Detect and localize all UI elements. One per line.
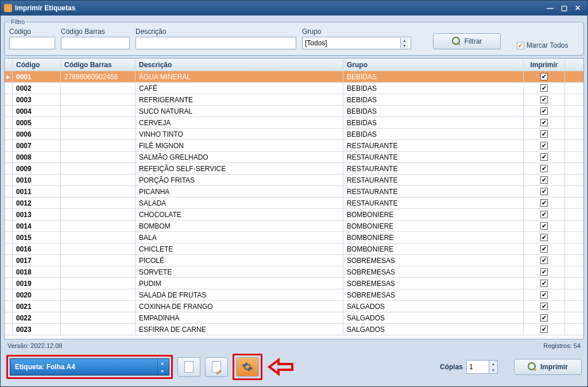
table-row[interactable]: 0014BOMBOMBOMBONIERE✔ xyxy=(5,220,583,232)
table-row[interactable]: 0006VINHO TINTOBEBIDAS✔ xyxy=(5,129,583,140)
checkbox-icon: ✔ xyxy=(540,188,548,195)
row-indicator: ▶ xyxy=(5,71,13,82)
copies-spinner[interactable]: ▲ ▼ xyxy=(466,360,498,374)
highlight-etiqueta: Etiqueta: Folha A4 ▲▼ xyxy=(6,355,173,379)
cell-grupo: BEBIDAS xyxy=(343,106,524,117)
cell-imprimir[interactable]: ✔ xyxy=(524,301,565,312)
filtrar-button[interactable]: Filtrar xyxy=(433,33,501,49)
table-row[interactable]: 0017PICOLÉSOBREMESAS✔ xyxy=(5,255,583,266)
cell-barras xyxy=(61,301,136,312)
combo-grupo-value: [Todos] xyxy=(305,39,327,47)
col-grupo[interactable]: Grupo xyxy=(343,59,524,71)
cell-codigo: 0017 xyxy=(13,255,61,266)
cell-imprimir[interactable]: ✔ xyxy=(524,312,565,323)
table-row[interactable]: 0007FILÉ MIGNONRESTAURANTE✔ xyxy=(5,140,583,152)
cell-codigo: 0004 xyxy=(13,106,61,117)
row-indicator xyxy=(5,289,13,300)
page-icon xyxy=(184,361,194,373)
col-imprimir[interactable]: Imprimir xyxy=(524,59,565,71)
table-row[interactable]: 0005CERVEJABEBIDAS✔ xyxy=(5,117,583,129)
cell-imprimir[interactable]: ✔ xyxy=(524,255,565,266)
cell-codigo: 0023 xyxy=(13,324,61,335)
cell-barras xyxy=(61,232,136,243)
table-row[interactable]: 0012SALADARESTAURANTE✔ xyxy=(5,198,583,209)
cell-codigo: 0008 xyxy=(13,152,61,162)
table-row[interactable]: 0023ESFIRRA DE CARNESALGADOS✔ xyxy=(5,324,583,335)
gear-icon xyxy=(242,361,253,373)
close-button[interactable]: ✕ xyxy=(571,3,584,13)
copies-up[interactable]: ▲ xyxy=(489,361,497,367)
cell-barras xyxy=(61,255,136,266)
table-row[interactable]: 0018SORVETESOBREMESAS✔ xyxy=(5,266,583,278)
copies-input[interactable] xyxy=(467,361,489,373)
cell-imprimir[interactable]: ✔ xyxy=(524,324,565,335)
maximize-button[interactable]: ▢ xyxy=(558,3,570,13)
cell-grupo: BOMBONIERE xyxy=(343,232,524,243)
cell-imprimir[interactable]: ✔ xyxy=(524,129,565,140)
minimize-button[interactable]: — xyxy=(544,3,556,13)
table-row[interactable]: 0022EMPADINHASALGADOS✔ xyxy=(5,312,583,324)
cell-codigo: 0002 xyxy=(13,83,61,94)
col-codigo[interactable]: Código xyxy=(13,59,61,71)
table-row[interactable]: 0016CHICLETEBOMBONIERE✔ xyxy=(5,243,583,255)
cell-imprimir[interactable]: ✔ xyxy=(524,163,565,174)
imprimir-button[interactable]: Imprimir xyxy=(514,359,582,375)
cell-imprimir[interactable]: ✔ xyxy=(524,198,565,208)
table-row[interactable]: 0011PICANHARESTAURANTE✔ xyxy=(5,186,583,198)
copies-group: Cópias ▲ ▼ xyxy=(440,360,498,374)
cell-grupo: RESTAURANTE xyxy=(343,175,524,185)
marcar-todos-checkbox[interactable]: ✔ Marcar Todos xyxy=(517,41,568,49)
edit-page-button[interactable] xyxy=(205,357,228,377)
checkbox-icon: ✔ xyxy=(540,130,548,138)
grid-body[interactable]: ▶000127896060902456ÁGUA MINERALBEBIDAS✔0… xyxy=(5,71,583,339)
table-row[interactable]: 0010PORÇÃO FRITASRESTAURANTE✔ xyxy=(5,175,583,186)
callout-arrow-icon xyxy=(267,357,295,377)
cell-imprimir[interactable]: ✔ xyxy=(524,175,565,185)
combo-etiqueta[interactable]: Etiqueta: Folha A4 ▲▼ xyxy=(10,358,169,376)
settings-button[interactable] xyxy=(236,357,259,377)
col-barras[interactable]: Código Barras xyxy=(61,59,136,71)
cell-imprimir[interactable]: ✔ xyxy=(524,209,565,220)
cell-imprimir[interactable]: ✔ xyxy=(524,117,565,128)
new-page-button[interactable] xyxy=(177,357,200,377)
cell-imprimir[interactable]: ✔ xyxy=(524,71,565,82)
table-row[interactable]: 0021COXINHA DE FRANGOSALGADOS✔ xyxy=(5,301,583,312)
cell-codigo: 0013 xyxy=(13,209,61,220)
table-row[interactable]: 0013CHOCOLATEBOMBONIERE✔ xyxy=(5,209,583,220)
cell-descricao: BOMBOM xyxy=(136,220,343,231)
cell-barras xyxy=(61,152,136,162)
combo-grupo[interactable]: [Todos] ▲▼ xyxy=(302,37,411,49)
cell-descricao: ÁGUA MINERAL xyxy=(136,71,343,82)
cell-barras xyxy=(61,83,136,94)
table-row[interactable]: 0004SUCO NATURALBEBIDAS✔ xyxy=(5,106,583,117)
cell-barras xyxy=(61,175,136,185)
cell-imprimir[interactable]: ✔ xyxy=(524,289,565,300)
input-descricao[interactable] xyxy=(136,37,296,49)
cell-imprimir[interactable]: ✔ xyxy=(524,94,565,105)
table-row[interactable]: 0019PUDIMSOBREMESAS✔ xyxy=(5,278,583,289)
cell-imprimir[interactable]: ✔ xyxy=(524,152,565,162)
copies-down[interactable]: ▼ xyxy=(489,367,497,373)
cell-imprimir[interactable]: ✔ xyxy=(524,140,565,151)
cell-imprimir[interactable]: ✔ xyxy=(524,220,565,231)
table-row[interactable]: 0003REFRIGERANTEBEBIDAS✔ xyxy=(5,94,583,106)
table-row[interactable]: 0008SALMÃO GRELHADORESTAURANTE✔ xyxy=(5,152,583,163)
col-descricao[interactable]: Descrição xyxy=(136,59,343,71)
table-row[interactable]: 0015BALABOMBONIERE✔ xyxy=(5,232,583,243)
cell-imprimir[interactable]: ✔ xyxy=(524,186,565,197)
table-row[interactable]: 0009REFEIÇÃO SELF-SERVICERESTAURANTE✔ xyxy=(5,163,583,175)
table-row[interactable]: ▶000127896060902456ÁGUA MINERALBEBIDAS✔ xyxy=(5,71,583,83)
cell-grupo: RESTAURANTE xyxy=(343,186,524,197)
cell-barras xyxy=(61,94,136,105)
table-row[interactable]: 0020SALADA DE FRUTASSOBREMESAS✔ xyxy=(5,289,583,301)
cell-imprimir[interactable]: ✔ xyxy=(524,106,565,117)
cell-imprimir[interactable]: ✔ xyxy=(524,232,565,243)
cell-imprimir[interactable]: ✔ xyxy=(524,266,565,277)
input-codigo[interactable] xyxy=(9,37,55,49)
checkbox-icon: ✔ xyxy=(540,291,548,299)
cell-imprimir[interactable]: ✔ xyxy=(524,278,565,289)
table-row[interactable]: 0002CAFÉBEBIDAS✔ xyxy=(5,83,583,94)
input-barras[interactable] xyxy=(61,37,130,49)
cell-imprimir[interactable]: ✔ xyxy=(524,83,565,94)
cell-imprimir[interactable]: ✔ xyxy=(524,243,565,254)
